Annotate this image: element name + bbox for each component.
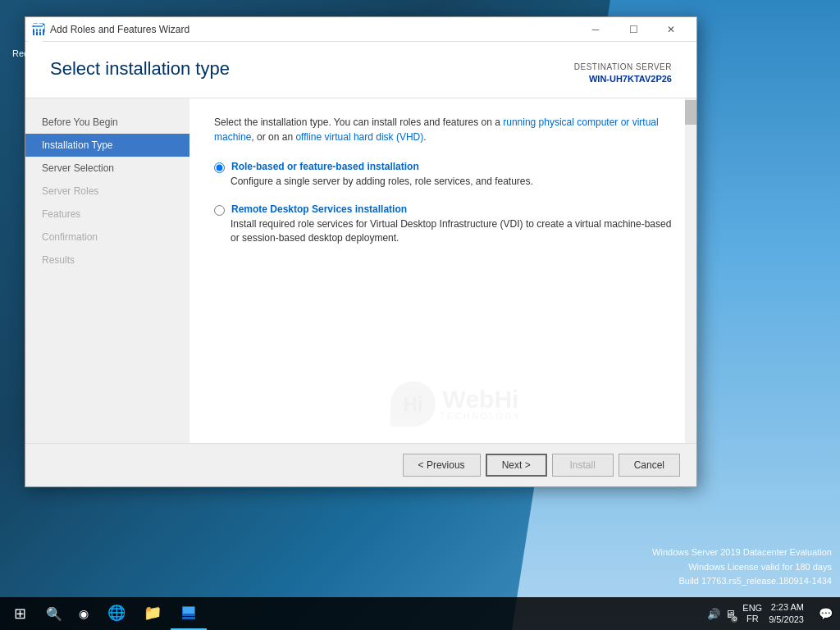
content-description: Select the installation type. You can in… xyxy=(214,115,672,144)
radio-option-rds: Remote Desktop Services installation Ins… xyxy=(214,203,672,245)
network-icon[interactable]: 🔊 xyxy=(707,608,720,620)
previous-button[interactable]: < Previous xyxy=(403,454,481,477)
notification-center[interactable]: 💬 xyxy=(810,597,840,630)
radio-label-rds[interactable]: Remote Desktop Services installation xyxy=(214,203,672,217)
nav-item-confirmation: Confirmation xyxy=(25,226,189,249)
taskbar-clock[interactable]: 2:23 AM 9/5/2023 xyxy=(769,601,804,627)
scrollbar[interactable] xyxy=(685,98,696,443)
scroll-thumb[interactable] xyxy=(685,100,696,125)
nav-item-before-you-begin[interactable]: Before You Begin xyxy=(25,111,189,134)
wizard-body: Before You Begin Installation Type Serve… xyxy=(25,98,696,443)
watermark-hi: Hi xyxy=(403,393,422,416)
wizard-title: Select installation type xyxy=(50,58,230,80)
svg-rect-6 xyxy=(182,617,195,619)
radio-role-based-text: Role-based or feature-based installation xyxy=(231,161,419,175)
link-running-physical: running physical computer or virtual mac… xyxy=(214,116,659,143)
server-info-line2: Windows License valid for 180 days xyxy=(652,560,832,575)
nav-item-results: Results xyxy=(25,249,189,272)
titlebar-controls: ─ ☐ ✕ xyxy=(577,17,690,42)
taskbar-lang[interactable]: ENG FR xyxy=(742,603,762,624)
nav-item-server-selection[interactable]: Server Selection xyxy=(25,157,189,180)
radio-role-based-title: Role-based or feature-based installation xyxy=(231,161,419,172)
cancel-button[interactable]: Cancel xyxy=(619,454,680,477)
titlebar: Add Roles and Features Wizard ─ ☐ ✕ xyxy=(25,17,696,42)
watermark: Hi WebHi TECHNOLOGY xyxy=(390,381,522,427)
clock-time: 2:23 AM xyxy=(771,601,804,614)
desktop: 🗑 Recycle Bin Windows Server 2019 Datace… xyxy=(0,0,840,630)
server-info: Windows Server 2019 Datacenter Evaluatio… xyxy=(652,546,832,589)
taskbar: ⊞ 🔍 ◉ 🌐 📁 🔊 🖥 ⚙ ENG FR xyxy=(0,597,840,630)
clock-date: 9/5/2023 xyxy=(769,614,804,626)
wizard-header: Select installation type DESTINATION SER… xyxy=(25,42,696,98)
nav-item-server-roles: Server Roles xyxy=(25,180,189,203)
destination-label: DESTINATION SERVER xyxy=(574,62,672,73)
recycle-bin-label: Recycle Bin xyxy=(12,48,60,58)
nav-item-installation-type[interactable]: Installation Type xyxy=(25,134,189,157)
lang-bottom: FR xyxy=(746,614,759,624)
radio-label-role-based[interactable]: Role-based or feature-based installation xyxy=(214,161,672,175)
maximize-button[interactable]: ☐ xyxy=(614,17,652,42)
close-button[interactable]: ✕ xyxy=(652,17,690,42)
radio-role-based-input[interactable] xyxy=(214,162,225,173)
server-info-line3: Build 17763.rs5_release.180914-1434 xyxy=(652,574,832,589)
watermark-technology: TECHNOLOGY xyxy=(440,412,522,421)
taskbar-systray: 🔊 🖥 ⚙ xyxy=(701,608,742,620)
destination-info: DESTINATION SERVER WIN-UH7KTAV2P26 xyxy=(574,62,672,85)
radio-option-role-based: Role-based or feature-based installation… xyxy=(214,161,672,189)
dialog-window: Add Roles and Features Wizard ─ ☐ ✕ Sele… xyxy=(25,16,697,487)
wizard-nav: Before You Begin Installation Type Serve… xyxy=(25,98,189,443)
lang-top: ENG xyxy=(742,603,762,614)
next-button[interactable]: Next > xyxy=(486,454,547,477)
taskbar-ie[interactable]: 🌐 xyxy=(98,597,135,630)
recycle-bin-glyph: 🗑 xyxy=(12,16,60,47)
titlebar-title: Add Roles and Features Wizard xyxy=(50,24,577,35)
cortana-button[interactable]: ◉ xyxy=(69,597,98,630)
radio-role-based-desc: Configure a single server by adding role… xyxy=(231,175,672,189)
radio-rds-title: Remote Desktop Services installation xyxy=(231,203,407,215)
search-button[interactable]: 🔍 xyxy=(39,597,69,630)
radio-rds-text: Remote Desktop Services installation xyxy=(231,203,407,217)
wizard-dialog: Add Roles and Features Wizard ─ ☐ ✕ Sele… xyxy=(25,16,697,517)
volume-icon[interactable]: 🖥 ⚙ xyxy=(725,608,736,620)
taskbar-explorer[interactable]: 📁 xyxy=(135,597,171,630)
svg-rect-5 xyxy=(183,607,194,614)
destination-server: WIN-UH7KTAV2P26 xyxy=(574,73,672,85)
watermark-webhi: WebHi xyxy=(443,386,519,413)
start-button[interactable]: ⊞ xyxy=(0,597,39,630)
taskbar-items: 🌐 📁 xyxy=(98,597,701,630)
server-info-line1: Windows Server 2019 Datacenter Evaluatio… xyxy=(652,546,832,560)
wizard-footer: < Previous Next > Install Cancel xyxy=(25,443,696,486)
radio-rds-desc: Install required role services for Virtu… xyxy=(231,217,672,245)
taskbar-server-manager[interactable] xyxy=(171,597,207,630)
nav-item-features: Features xyxy=(25,203,189,226)
link-vhd: offline virtual hard disk (VHD) xyxy=(295,131,423,143)
install-button[interactable]: Install xyxy=(552,454,614,477)
recycle-bin-icon[interactable]: 🗑 Recycle Bin xyxy=(12,16,60,58)
minimize-button[interactable]: ─ xyxy=(577,17,614,42)
radio-rds-input[interactable] xyxy=(214,205,225,216)
wizard-content: Select the installation type. You can in… xyxy=(189,98,696,443)
